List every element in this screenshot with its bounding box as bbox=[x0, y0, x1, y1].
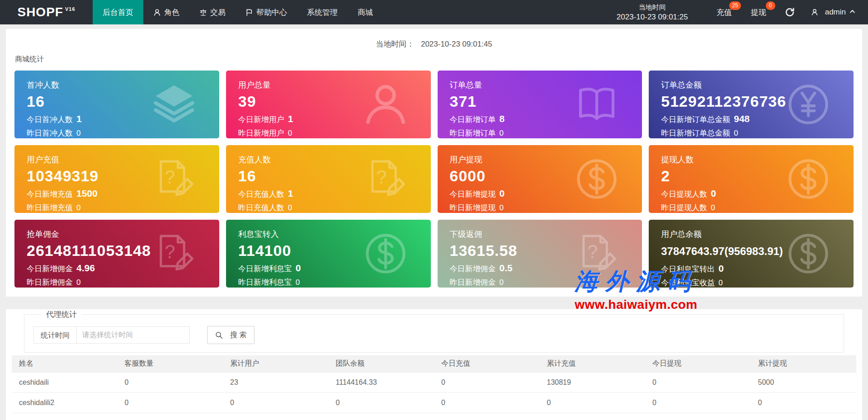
search-button-label: 搜 索 bbox=[230, 330, 246, 340]
svg-text:?: ? bbox=[376, 166, 387, 188]
card-yesterday: 昨日新增佣金0 bbox=[27, 277, 219, 288]
nav-item-roles[interactable]: 角色 bbox=[143, 0, 189, 24]
svg-text:?: ? bbox=[165, 166, 175, 188]
docq-icon: ? bbox=[151, 156, 197, 202]
card-yesterday: 昨日新增充值0 bbox=[27, 203, 219, 213]
card-yesterday: 昨日充值人数0 bbox=[238, 203, 431, 213]
column-header: 姓名 bbox=[12, 355, 118, 373]
stat-card-order-commission: 抢单佣金26148111053148今日新增佣金4.96昨日新增佣金0? bbox=[14, 220, 219, 288]
stat-card-first-charge-users: 首冲人数16今日首冲人数1昨日首冲人数0 bbox=[14, 71, 219, 138]
local-time-block: 当地时间 2023-10-23 09:01:25 bbox=[617, 2, 688, 23]
search-icon bbox=[215, 331, 223, 339]
search-button[interactable]: 搜 索 bbox=[207, 326, 255, 344]
stat-card-user-total-balance: 用户总余额37847643.97(956983.91)今日利息宝转出0今日利息宝… bbox=[649, 220, 854, 288]
recharge-badge: 25 bbox=[729, 1, 741, 10]
column-header: 客服数量 bbox=[118, 355, 223, 373]
refresh-icon[interactable] bbox=[785, 7, 795, 17]
column-header: 团队余额 bbox=[329, 355, 434, 373]
flag-icon bbox=[245, 9, 253, 16]
column-header: 累计充值 bbox=[540, 355, 646, 373]
card-yesterday: 昨日新增利息宝0 bbox=[238, 277, 431, 288]
stat-card-recharge-users: 充值人数16今日充值人数1昨日充值人数0? bbox=[226, 145, 431, 213]
svg-text:?: ? bbox=[165, 241, 175, 262]
stat-card-total-orders: 订单总量371今日新增订单8昨日新增订单0 bbox=[438, 71, 642, 138]
stat-card-user-withdraw: 用户提现6000今日新增提现0昨日新增提现0 bbox=[438, 145, 642, 213]
nav-item-mall[interactable]: 商城 bbox=[348, 0, 383, 24]
column-header: 累计提现 bbox=[751, 355, 857, 373]
app-logo-version: V16 bbox=[65, 6, 75, 12]
stat-card-user-recharge: 用户充值10349319今日新增充值1500昨日新增充值0? bbox=[14, 145, 219, 213]
stat-card-withdraw-users: 提现人数2今日提现人数0昨日提现人数0 bbox=[649, 145, 854, 213]
column-header: 今日提现 bbox=[645, 355, 751, 373]
agent-stats-panel: 代理统计 统计时间 搜 索 姓名客服数量累计用户团队余额今日充值累计充值今日提现… bbox=[6, 309, 862, 420]
table-header-row: 姓名客服数量累计用户团队余额今日充值累计充值今日提现累计提现 bbox=[12, 355, 856, 373]
agent-filter-row: 统计时间 搜 索 bbox=[33, 326, 835, 344]
page-time-row: 当地时间： 2023-10-23 09:01:45 bbox=[6, 29, 862, 49]
user-menu[interactable]: admin bbox=[811, 8, 855, 17]
card-yesterday: 昨日新增订单总金额0 bbox=[661, 128, 854, 138]
user-icon bbox=[363, 82, 408, 127]
docq-icon: ? bbox=[574, 231, 619, 276]
layers-icon bbox=[151, 82, 197, 127]
nav-item-system[interactable]: 系统管理 bbox=[297, 0, 348, 24]
stat-card-total-order-amount: 订单总金额51292112376736今日新增订单总金额948昨日新增订单总金额… bbox=[649, 71, 854, 138]
card-yesterday: 今日利息宝收益0 bbox=[661, 278, 854, 288]
local-time-value: 2023-10-23 09:01:25 bbox=[617, 12, 688, 23]
time-field-label: 统计时间 bbox=[33, 326, 77, 344]
agent-legend: 代理统计 bbox=[42, 309, 81, 320]
dollar-icon bbox=[786, 231, 831, 276]
table-row: a000010000000 bbox=[12, 413, 856, 420]
person-icon bbox=[811, 9, 818, 16]
page-time-label: 当地时间： bbox=[376, 40, 414, 48]
svg-text:?: ? bbox=[587, 241, 598, 262]
docq-icon: ? bbox=[363, 156, 408, 202]
navbar-right: 当地时间 2023-10-23 09:01:25 充值 25 提现 0 admi… bbox=[617, 0, 868, 24]
shop-stats-panel: 当地时间： 2023-10-23 09:01:45 商城统计 首冲人数16今日首… bbox=[6, 29, 862, 297]
stat-card-interest-transfer-in: 利息宝转入114100今日新增利息宝0昨日新增利息宝0 bbox=[226, 220, 431, 288]
column-header: 今日充值 bbox=[434, 355, 540, 373]
card-yesterday: 昨日新增订单0 bbox=[450, 128, 642, 138]
withdraw-link[interactable]: 提现 0 bbox=[751, 7, 766, 18]
scales-icon bbox=[199, 9, 207, 16]
stats-cards-grid: 首冲人数16今日首冲人数1昨日首冲人数0用户总量39今日新增用户1昨日新增用户0… bbox=[6, 64, 862, 288]
stat-card-sub-rebate: 下级返佣13615.58今日新增佣金0.5昨日新增佣金0? bbox=[438, 220, 642, 288]
page-time-value: 2023-10-23 09:01:45 bbox=[421, 40, 492, 48]
stat-time-input[interactable] bbox=[77, 326, 190, 344]
card-yesterday: 昨日新增用户0 bbox=[238, 128, 431, 138]
dollar-icon bbox=[363, 231, 408, 276]
book-icon bbox=[574, 82, 619, 127]
recharge-link[interactable]: 充值 25 bbox=[717, 7, 732, 18]
yen-icon bbox=[786, 82, 831, 127]
recharge-label: 充值 bbox=[717, 8, 732, 17]
card-yesterday: 昨日提现人数0 bbox=[661, 203, 854, 213]
agent-fieldset: 代理统计 统计时间 搜 索 bbox=[24, 309, 844, 353]
agent-table: 姓名客服数量累计用户团队余额今日充值累计充值今日提现累计提现 ceshidail… bbox=[12, 355, 856, 420]
chevron-up-icon bbox=[849, 8, 855, 17]
username: admin bbox=[825, 8, 846, 17]
docq-icon: ? bbox=[151, 231, 197, 276]
stat-card-total-users: 用户总量39今日新增用户1昨日新增用户0 bbox=[226, 71, 431, 138]
card-yesterday: 昨日首冲人数0 bbox=[27, 128, 219, 138]
card-yesterday: 昨日新增佣金0 bbox=[450, 277, 642, 288]
local-time-label: 当地时间 bbox=[617, 2, 688, 12]
nav-item-help[interactable]: 帮助中心 bbox=[236, 0, 297, 24]
dollar-icon bbox=[574, 156, 619, 202]
nav-item-trade[interactable]: 交易 bbox=[189, 0, 236, 24]
person-icon bbox=[153, 9, 161, 16]
nav-item-home[interactable]: 后台首页 bbox=[93, 0, 143, 24]
top-navbar: SHOPF V16 后台首页角色交易帮助中心系统管理商城 当地时间 2023-1… bbox=[0, 0, 868, 24]
section-title: 商城统计 bbox=[15, 55, 862, 64]
withdraw-label: 提现 bbox=[751, 8, 766, 17]
main-menu: 后台首页角色交易帮助中心系统管理商城 bbox=[93, 0, 383, 24]
app-logo: SHOPF V16 bbox=[0, 0, 93, 24]
page: SHOPF V16 后台首页角色交易帮助中心系统管理商城 当地时间 2023-1… bbox=[0, 0, 868, 420]
card-yesterday: 昨日新增提现0 bbox=[450, 203, 642, 213]
withdraw-badge: 0 bbox=[766, 1, 775, 10]
dollar-icon bbox=[786, 156, 831, 202]
app-logo-text: SHOPF bbox=[17, 5, 63, 19]
column-header: 累计用户 bbox=[223, 355, 329, 373]
table-row: ceshidaili02311144164.33013081905000 bbox=[12, 373, 856, 393]
table-row: ceshidalili20000000 bbox=[12, 393, 856, 413]
